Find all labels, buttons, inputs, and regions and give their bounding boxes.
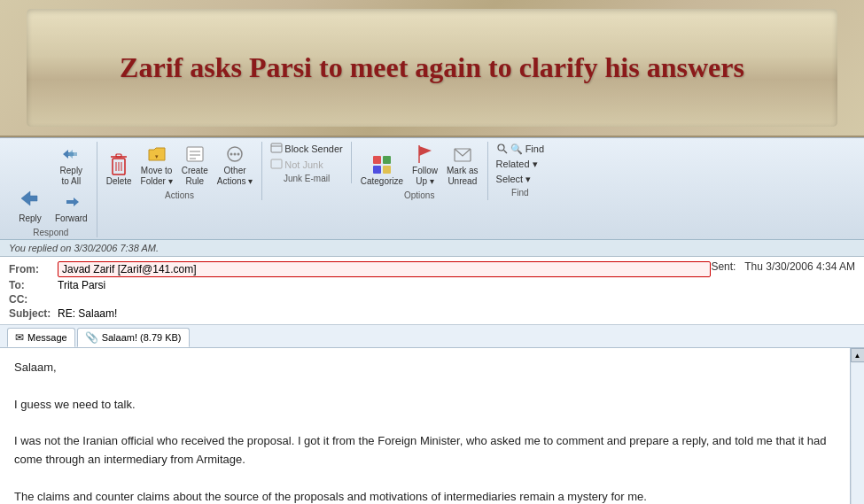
other-actions-label: Other Actions ▾ <box>217 166 253 187</box>
find-label: 🔍 Find <box>510 143 544 155</box>
mark-unread-icon <box>452 143 473 165</box>
respond-buttons: Reply Reply to All <box>11 142 91 226</box>
forward-icon <box>60 191 82 213</box>
greeting: Salaam, <box>14 359 836 377</box>
forward-button[interactable]: Forward <box>51 190 91 226</box>
scroll-up-arrow[interactable]: ▲ <box>851 348 865 362</box>
select-button[interactable]: Select ▾ <box>494 173 534 186</box>
svg-line-30 <box>503 151 507 154</box>
to-value: Trita Parsi <box>58 279 711 291</box>
block-sender-label: Block Sender <box>284 143 342 154</box>
email-body-container: Salaam, I guess we need to talk. I was n… <box>0 348 864 504</box>
banner-title: Zarif asks Parsi to meet again to clarif… <box>120 51 744 84</box>
junk-buttons: Block Sender Not Junk <box>268 142 345 172</box>
svg-point-16 <box>230 153 233 156</box>
find-group: 🔍 Find Related ▾ Select ▾ Find <box>490 142 552 198</box>
cc-row: CC: <box>9 292 711 306</box>
email-client: Reply Reply to All <box>0 137 864 504</box>
delete-button[interactable]: Delete <box>103 152 136 189</box>
not-junk-label: Not Junk <box>284 159 323 170</box>
svg-rect-25 <box>383 166 391 174</box>
svg-point-29 <box>498 144 504 151</box>
create-rule-button[interactable]: Create Rule <box>178 142 212 189</box>
actions-label: Actions <box>165 190 194 200</box>
email-body: Salaam, I guess we need to talk. I was n… <box>0 348 850 504</box>
block-sender-button[interactable]: Block Sender <box>268 142 345 156</box>
message-tab-icon: ✉ <box>15 331 24 344</box>
svg-text:▾: ▾ <box>155 153 159 159</box>
follow-up-label: Follow Up ▾ <box>412 166 438 187</box>
svg-rect-6 <box>116 154 121 157</box>
svg-marker-2 <box>67 150 77 159</box>
email-header-right: Sent: Thu 3/30/2006 4:34 AM <box>711 260 855 273</box>
categorize-icon <box>371 154 393 175</box>
other-actions-icon <box>224 143 245 165</box>
to-row: To: Trita Parsi <box>9 278 711 292</box>
body-line3: The claims and counter claims about the … <box>14 488 836 504</box>
sent-value: Sent: Thu 3/30/2006 4:34 AM <box>711 260 855 273</box>
other-actions-button[interactable]: Other Actions ▾ <box>214 142 257 189</box>
attachment-tab-label: Salaam! (8.79 KB) <box>102 332 182 343</box>
svg-rect-22 <box>373 156 381 164</box>
options-label: Options <box>404 190 434 200</box>
ribbon: Reply Reply to All <box>0 138 864 240</box>
subject-value: RE: Salaam! <box>58 307 855 320</box>
junk-email-group: Block Sender Not Junk Junk E-mail <box>264 142 351 183</box>
follow-up-button[interactable]: Follow Up ▾ <box>409 142 441 189</box>
actions-buttons: Delete ▾ Move to Folder ▾ <box>103 142 257 189</box>
sent-date: Thu 3/30/2006 4:34 AM <box>744 260 855 273</box>
flag-icon <box>415 143 436 165</box>
svg-point-17 <box>234 153 237 156</box>
attachment-tab-icon: 📎 <box>85 331 98 344</box>
reply-all-label: Reply to All <box>60 166 83 187</box>
create-rule-label: Create Rule <box>182 166 208 187</box>
delete-icon <box>108 154 129 175</box>
svg-rect-19 <box>271 143 282 152</box>
reply-button[interactable]: Reply <box>11 182 50 226</box>
body-line2: I was not the Iranian official who recei… <box>14 432 836 469</box>
categorize-button[interactable]: Categorize <box>357 152 407 189</box>
options-buttons: Categorize Follow Up ▾ <box>357 142 482 189</box>
mark-unread-button[interactable]: Mark as Unread <box>443 142 482 189</box>
categorize-label: Categorize <box>361 176 403 187</box>
email-header-top: From: Javad Zarif [Zarif@141.com] To: Tr… <box>9 260 855 306</box>
cc-label: CC: <box>9 293 58 306</box>
find-buttons: 🔍 Find Related ▾ Select ▾ <box>494 142 547 186</box>
respond-group: Reply Reply to All <box>7 142 97 237</box>
svg-rect-21 <box>271 159 282 168</box>
rule-icon <box>184 143 206 165</box>
banner: Zarif asks Parsi to meet again to clarif… <box>0 0 864 137</box>
select-label: Select ▾ <box>496 174 532 185</box>
not-junk-button[interactable]: Not Junk <box>268 158 325 172</box>
junk-email-label: Junk E-mail <box>284 174 330 183</box>
svg-marker-27 <box>419 146 432 156</box>
svg-marker-3 <box>66 198 79 206</box>
reply-all-icon <box>60 143 82 165</box>
reply-label: Reply <box>19 213 42 224</box>
svg-rect-24 <box>373 166 381 174</box>
from-row: From: Javad Zarif [Zarif@141.com] <box>9 260 711 278</box>
folder-icon: ▾ <box>146 143 167 165</box>
email-header-left: From: Javad Zarif [Zarif@141.com] To: Tr… <box>9 260 711 306</box>
respond-label: Respond <box>33 228 68 237</box>
scrollbar-track[interactable] <box>852 363 864 504</box>
attachment-tab[interactable]: 📎 Salaam! (8.79 KB) <box>77 328 190 347</box>
sent-label: Sent: <box>711 260 736 273</box>
related-button[interactable]: Related ▾ <box>494 158 541 171</box>
reply-icon <box>16 184 44 213</box>
options-group: Categorize Follow Up ▾ <box>354 142 488 200</box>
svg-point-18 <box>237 153 240 156</box>
email-scrollbar[interactable]: ▲ ▼ <box>850 348 864 504</box>
find-button[interactable]: 🔍 Find <box>494 142 547 156</box>
reply-all-button[interactable]: Reply to All <box>51 142 91 189</box>
subject-row: Subject: RE: Salaam! <box>9 306 855 321</box>
body-line1: I guess we need to talk. <box>14 396 836 415</box>
actions-group: Delete ▾ Move to Folder ▾ <box>99 142 263 200</box>
to-label: To: <box>9 279 58 291</box>
notification-bar: You replied on 3/30/2006 7:38 AM. <box>0 240 864 257</box>
move-to-folder-button[interactable]: ▾ Move to Folder ▾ <box>137 142 176 189</box>
subject-label: Subject: <box>9 307 58 320</box>
message-tab[interactable]: ✉ Message <box>7 328 75 347</box>
from-value: Javad Zarif [Zarif@141.com] <box>58 261 711 277</box>
move-folder-label: Move to Folder ▾ <box>141 166 173 187</box>
